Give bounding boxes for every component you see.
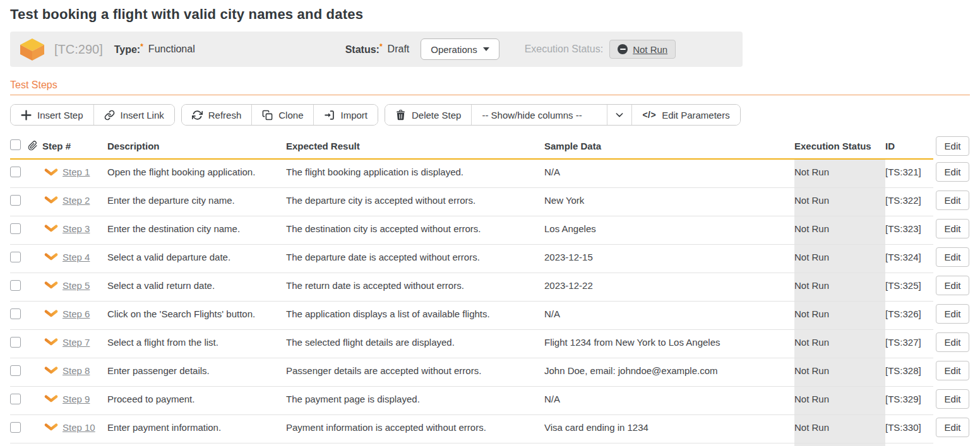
type-label: Type:* xyxy=(114,42,143,56)
row-checkbox[interactable] xyxy=(10,223,21,234)
import-icon xyxy=(324,110,335,120)
insert-step-button[interactable]: Insert Step xyxy=(11,105,93,125)
step-expected-result: Passenger details are accepted without e… xyxy=(286,358,544,386)
step-id: [TS:324] xyxy=(885,244,933,273)
edit-step-button[interactable]: Edit xyxy=(936,247,969,267)
step-id: [TS:328] xyxy=(885,358,933,386)
step-link[interactable]: Step 9 xyxy=(63,393,90,406)
step-chevron-icon xyxy=(44,225,58,233)
row-checkbox[interactable] xyxy=(10,167,21,177)
column-header-expected-result: Expected Result xyxy=(286,133,544,159)
step-sample-data: John Doe, email: johndoe@example.com xyxy=(544,358,794,386)
row-checkbox[interactable] xyxy=(10,252,21,262)
status-value: Draft xyxy=(388,44,410,55)
steps-table-body: Step 1 Open the flight booking applicati… xyxy=(10,159,970,446)
step-link[interactable]: Step 5 xyxy=(63,279,90,292)
step-description: Enter the destination city name. xyxy=(107,216,286,244)
step-id: [TS:326] xyxy=(885,301,933,329)
edit-step-button[interactable]: Edit xyxy=(936,304,969,324)
link-icon xyxy=(104,110,115,120)
step-link[interactable]: Step 1 xyxy=(63,166,90,179)
table-row: Step 5 Select a valid return date. The r… xyxy=(10,273,970,301)
step-sample-data: Booking confirmed for Flight 1234 on 202… xyxy=(544,443,794,446)
required-asterisk: * xyxy=(140,42,143,51)
select-all-checkbox[interactable] xyxy=(10,139,21,150)
step-chevron-icon xyxy=(44,196,58,204)
table-row: Step 8 Enter passenger details. Passenge… xyxy=(10,358,970,386)
test-steps-section-title: Test Steps xyxy=(10,79,970,95)
step-expected-result: The selected flight details are displaye… xyxy=(286,329,544,358)
clone-button[interactable]: Clone xyxy=(251,105,313,125)
row-checkbox[interactable] xyxy=(10,280,21,291)
step-sample-data: N/A xyxy=(544,301,794,329)
step-execution-status: Not Run xyxy=(794,244,885,273)
show-hide-columns-dropdown[interactable]: -- Show/hide columns -- xyxy=(471,105,607,125)
row-checkbox[interactable] xyxy=(10,195,21,206)
table-row: Step 3 Enter the destination city name. … xyxy=(10,216,970,244)
clone-icon xyxy=(262,110,273,120)
row-checkbox[interactable] xyxy=(10,308,21,319)
step-description: Click on the 'Search Flights' button. xyxy=(107,301,286,329)
edit-parameters-button[interactable]: </> Edit Parameters xyxy=(631,105,739,125)
step-description: Enter payment information. xyxy=(107,414,286,443)
import-button[interactable]: Import xyxy=(313,105,378,125)
delete-step-button[interactable]: Delete Step xyxy=(385,105,471,125)
test-case-header-bar: [TC:290] Type:* Functional Status:* Draf… xyxy=(10,32,743,67)
test-steps-toolbar: Insert Step Insert Link Refresh Clone Im… xyxy=(10,104,980,126)
table-row: Step 6 Click on the 'Search Flights' but… xyxy=(10,301,970,329)
column-header-sample-data: Sample Data xyxy=(544,133,794,159)
step-link[interactable]: Step 6 xyxy=(63,308,90,320)
edit-step-button[interactable]: Edit xyxy=(936,191,969,210)
refresh-button[interactable]: Refresh xyxy=(182,105,252,125)
step-id: [TS:329] xyxy=(885,386,933,414)
step-chevron-icon xyxy=(44,310,58,318)
row-checkbox[interactable] xyxy=(10,394,21,404)
edit-step-button[interactable]: Edit xyxy=(936,361,969,380)
row-checkbox[interactable] xyxy=(10,422,21,433)
step-link[interactable]: Step 7 xyxy=(63,336,90,349)
edit-step-button[interactable]: Edit xyxy=(936,332,969,352)
edit-step-button[interactable]: Edit xyxy=(936,276,969,295)
step-description: Enter passenger details. xyxy=(107,358,286,386)
step-link[interactable]: Step 3 xyxy=(63,223,90,235)
step-execution-status: Not Run xyxy=(794,216,885,244)
step-sample-data: N/A xyxy=(544,386,794,414)
step-sample-data: N/A xyxy=(544,159,794,187)
step-chevron-icon xyxy=(44,338,58,346)
step-sample-data: 2023-12-22 xyxy=(544,273,794,301)
step-id: [TS:325] xyxy=(885,273,933,301)
refresh-icon xyxy=(192,110,203,120)
step-link[interactable]: Step 8 xyxy=(63,365,90,377)
step-expected-result: The return date is accepted without erro… xyxy=(286,273,544,301)
edit-step-button[interactable]: Edit xyxy=(936,389,969,409)
step-expected-result: The flight booking application is displa… xyxy=(286,159,544,187)
edit-header-button[interactable]: Edit xyxy=(936,136,969,156)
step-link[interactable]: Step 10 xyxy=(63,421,95,434)
step-chevron-icon xyxy=(44,367,58,375)
step-id: [TS:323] xyxy=(885,216,933,244)
execution-status-badge[interactable]: Not Run xyxy=(609,40,676,59)
step-execution-status: Not Run xyxy=(794,187,885,216)
step-sample-data: Los Angeles xyxy=(544,216,794,244)
step-link[interactable]: Step 4 xyxy=(63,251,90,264)
manage-button-group: Delete Step -- Show/hide columns -- </> … xyxy=(385,104,741,126)
step-expected-result: The departure city is accepted without e… xyxy=(286,187,544,216)
step-description: Select a valid return date. xyxy=(107,273,286,301)
step-id: [TS:322] xyxy=(885,187,933,216)
edit-step-button[interactable]: Edit xyxy=(936,162,969,182)
step-execution-status: Not Run xyxy=(794,358,885,386)
step-link[interactable]: Step 2 xyxy=(63,194,90,207)
edit-step-button[interactable]: Edit xyxy=(936,418,969,437)
test-case-id: [TC:290] xyxy=(54,42,103,57)
step-chevron-icon xyxy=(44,281,58,290)
row-checkbox[interactable] xyxy=(10,365,21,376)
row-checkbox[interactable] xyxy=(10,337,21,348)
step-execution-status: Not Run xyxy=(794,159,885,187)
code-icon: </> xyxy=(642,110,656,120)
operations-button[interactable]: Operations xyxy=(421,38,499,60)
dropdown-chevron-icon[interactable] xyxy=(607,105,631,125)
step-execution-status: Not Run xyxy=(794,414,885,443)
execution-status-value: Not Run xyxy=(633,44,667,55)
edit-step-button[interactable]: Edit xyxy=(936,219,969,238)
insert-link-button[interactable]: Insert Link xyxy=(93,105,174,125)
